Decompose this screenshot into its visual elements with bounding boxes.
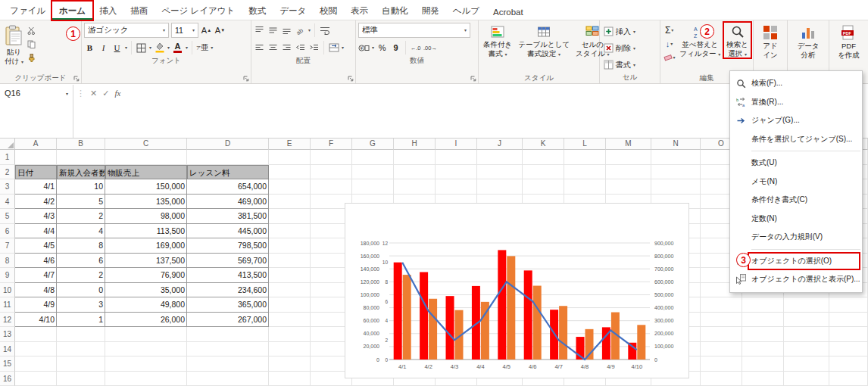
align-center-button[interactable] xyxy=(267,40,279,55)
cell-B14[interactable] xyxy=(57,342,105,357)
italic-button[interactable]: I xyxy=(98,40,109,55)
cell-O14[interactable] xyxy=(701,342,742,357)
cell-A2[interactable]: 日付 xyxy=(15,165,57,180)
cell-P16[interactable] xyxy=(742,372,784,386)
data-analysis-button[interactable]: データ分析 xyxy=(795,23,822,59)
cell-R12[interactable] xyxy=(829,313,868,328)
cell-E12[interactable] xyxy=(269,313,311,328)
dialog-launcher-icon[interactable] xyxy=(73,76,80,82)
cell-D1[interactable] xyxy=(187,150,269,165)
cell-P14[interactable] xyxy=(742,342,784,357)
dialog-launcher-icon[interactable] xyxy=(348,76,354,82)
format-cells-button[interactable]: 書式▾ xyxy=(602,58,657,72)
row-header-8[interactable]: 8 xyxy=(0,254,15,269)
cell-C6[interactable]: 113,500 xyxy=(105,224,187,239)
col-header-H[interactable]: H xyxy=(394,139,436,150)
cell-C2[interactable]: 物販売上 xyxy=(105,165,187,180)
menu-item-selection-pane[interactable]: オブジェクトの選択と表示(P)... xyxy=(730,270,862,289)
cell-E3[interactable] xyxy=(269,179,311,195)
cell-G3[interactable] xyxy=(352,179,394,195)
align-bottom-button[interactable] xyxy=(281,23,292,38)
cell-D14[interactable] xyxy=(187,342,269,357)
menu-item-data-validation[interactable]: データの入力規則(V) xyxy=(730,228,862,247)
autosum-button[interactable]: Σ▾ xyxy=(663,24,676,36)
decrease-indent-button[interactable] xyxy=(295,40,306,55)
cell-C16[interactable] xyxy=(105,372,187,386)
font-size-select[interactable]: 11▾ xyxy=(171,23,198,38)
cell-Q11[interactable] xyxy=(784,297,829,313)
cell-P15[interactable] xyxy=(742,356,784,372)
row-header-6[interactable]: 6 xyxy=(0,224,15,239)
cell-A1[interactable] xyxy=(15,150,57,165)
cell-A13[interactable] xyxy=(15,327,57,342)
align-left-button[interactable] xyxy=(254,40,265,55)
comma-style-button[interactable]: 9 xyxy=(390,40,401,55)
cell-E11[interactable] xyxy=(269,297,311,313)
cell-B10[interactable]: 0 xyxy=(57,283,105,298)
cell-Q13[interactable] xyxy=(784,327,829,342)
cell-B5[interactable]: 2 xyxy=(57,209,105,224)
row-header-14[interactable]: 14 xyxy=(0,342,15,357)
cell-L1[interactable] xyxy=(564,150,606,165)
cell-Q14[interactable] xyxy=(784,342,829,357)
decrease-decimal-button[interactable]: .00→ xyxy=(423,40,437,55)
cell-E14[interactable] xyxy=(269,342,311,357)
cell-I2[interactable] xyxy=(436,165,477,180)
name-box[interactable]: Q16 ▾ xyxy=(0,85,73,138)
increase-decimal-button[interactable]: ←.0 xyxy=(410,40,421,55)
dialog-launcher-icon[interactable] xyxy=(243,76,249,82)
delete-cells-button[interactable]: 削除▾ xyxy=(602,41,657,55)
row-header-4[interactable]: 4 xyxy=(0,195,15,210)
align-middle-button[interactable] xyxy=(267,23,279,38)
orientation-button[interactable]: ab xyxy=(295,23,306,38)
col-header-B[interactable]: B xyxy=(57,139,105,150)
cell-J3[interactable] xyxy=(477,179,523,195)
tab-home[interactable]: ホーム xyxy=(52,2,92,20)
cell-P11[interactable] xyxy=(742,297,784,313)
cell-B15[interactable] xyxy=(57,356,105,372)
tab-automate[interactable]: 自動化 xyxy=(375,2,415,20)
cell-E7[interactable] xyxy=(269,238,311,254)
increase-indent-button[interactable] xyxy=(308,40,320,55)
cell-A16[interactable] xyxy=(15,372,57,386)
cell-B12[interactable]: 1 xyxy=(57,313,105,328)
cell-C10[interactable]: 35,000 xyxy=(105,283,187,298)
cell-E6[interactable] xyxy=(269,224,311,239)
cell-C13[interactable] xyxy=(105,327,187,342)
fill-button[interactable]: ↓▾ xyxy=(663,38,676,50)
cell-A3[interactable]: 4/1 xyxy=(15,179,57,195)
cell-B16[interactable] xyxy=(57,372,105,386)
tab-formulas[interactable]: 数式 xyxy=(242,2,273,20)
cell-Q12[interactable] xyxy=(784,313,829,328)
decrease-font-size-button[interactable]: A▼ xyxy=(214,23,226,38)
cell-E16[interactable] xyxy=(269,372,311,386)
cell-L3[interactable] xyxy=(564,179,606,195)
cell-D4[interactable]: 469,000 xyxy=(187,195,269,210)
cell-D9[interactable]: 413,500 xyxy=(187,268,269,283)
row-header-7[interactable]: 7 xyxy=(0,238,15,254)
tab-acrobat[interactable]: Acrobat xyxy=(486,4,530,20)
cell-H3[interactable] xyxy=(394,179,436,195)
col-header-A[interactable]: A xyxy=(15,139,57,150)
underline-button[interactable]: U xyxy=(111,40,123,55)
cell-E10[interactable] xyxy=(269,283,311,298)
row-header-9[interactable]: 9 xyxy=(0,268,15,283)
cell-B13[interactable] xyxy=(57,327,105,342)
cell-M3[interactable] xyxy=(606,179,651,195)
cell-E13[interactable] xyxy=(269,327,311,342)
tab-page-layout[interactable]: ページ レイアウト xyxy=(155,2,242,20)
cell-K2[interactable] xyxy=(523,165,564,180)
col-header-J[interactable]: J xyxy=(477,139,523,150)
cell-D6[interactable]: 445,000 xyxy=(187,224,269,239)
cell-A12[interactable]: 4/10 xyxy=(15,313,57,328)
cell-A5[interactable]: 4/3 xyxy=(15,209,57,224)
cell-J2[interactable] xyxy=(477,165,523,180)
cell-A11[interactable]: 4/9 xyxy=(15,297,57,313)
menu-item-go-to[interactable]: ジャンプ(G)... xyxy=(730,111,862,130)
cell-N2[interactable] xyxy=(651,165,701,180)
cell-M1[interactable] xyxy=(606,150,651,165)
cell-C15[interactable] xyxy=(105,356,187,372)
cell-K3[interactable] xyxy=(523,179,564,195)
currency-format-button[interactable]: ¥ xyxy=(358,40,370,55)
row-header-12[interactable]: 12 xyxy=(0,313,15,328)
